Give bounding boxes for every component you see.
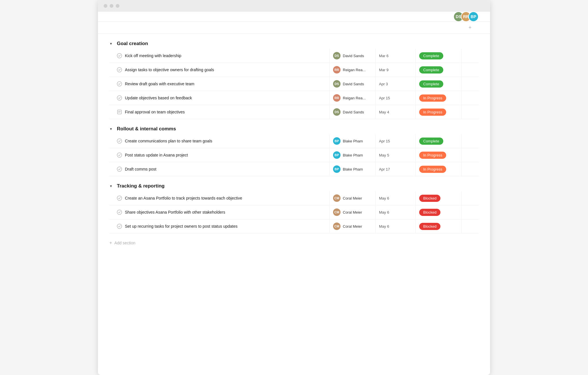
status-badge[interactable]: Blocked	[419, 223, 440, 230]
task-name-text: Share objectives Asana Portfolio with ot…	[125, 210, 225, 214]
assignee-avatar: BP	[333, 165, 341, 173]
assignee-cell[interactable]: BP Blake Pham	[329, 134, 375, 148]
assignee-avatar: CM	[333, 208, 341, 216]
table-row: Final approval on team objectives DS Dav…	[109, 105, 479, 119]
svg-rect-4	[117, 110, 121, 114]
status-badge[interactable]: Complete	[419, 52, 443, 59]
svg-point-8	[117, 167, 122, 171]
task-name-cell: Assign tasks to objective owners for dra…	[109, 64, 329, 75]
status-badge[interactable]: Complete	[419, 66, 443, 74]
extra-cell	[461, 49, 479, 63]
assignee-cell[interactable]: DS David Sands	[329, 49, 375, 63]
col-assignee	[329, 22, 375, 34]
status-badge[interactable]: Complete	[419, 138, 443, 145]
section-title-goal-creation: Goal creation	[117, 41, 148, 47]
assignee-cell[interactable]: CM Coral Meier	[329, 191, 375, 205]
task-name-text: Final approval on team objectives	[125, 110, 185, 114]
traffic-light-maximize[interactable]	[116, 4, 119, 8]
task-name-cell: Share objectives Asana Portfolio with ot…	[109, 207, 329, 218]
check-circle-icon[interactable]	[117, 53, 122, 58]
due-date-cell: May 6	[375, 219, 415, 233]
assignee-cell[interactable]: CM Coral Meier	[329, 205, 375, 219]
section-rollout-comms: ▼ Rollout & internal comms Create commun…	[109, 122, 479, 176]
status-badge[interactable]: In Progress	[419, 152, 446, 159]
status-badge[interactable]: In Progress	[419, 94, 446, 102]
assignee-name: David Sands	[343, 82, 364, 86]
task-name-text: Draft comms post	[125, 167, 156, 171]
col-task-name	[109, 22, 329, 34]
status-cell: Blocked	[415, 219, 461, 233]
due-date-cell: Apr 17	[375, 162, 415, 176]
svg-point-6	[117, 139, 122, 143]
assignee-avatar: DS	[333, 80, 341, 88]
table-row: Draft comms post BP Blake Pham Apr 17 In…	[109, 162, 479, 176]
status-badge[interactable]: In Progress	[419, 166, 446, 173]
task-name-cell: Update objectives based on feedback	[109, 92, 329, 103]
assignee-cell[interactable]: BP Blake Pham	[329, 162, 375, 176]
collaborator-avatars: DS RR BP	[453, 11, 479, 22]
task-name-cell: Review draft goals with executive team	[109, 78, 329, 89]
status-badge[interactable]: Blocked	[419, 209, 440, 216]
add-column-button[interactable]: +	[461, 22, 479, 34]
table-row: Create an Asana Portfolio to track proje…	[109, 191, 479, 205]
task-name-text: Post status update in Asana project	[125, 153, 188, 157]
col-status	[415, 22, 461, 34]
assignee-name: Blake Pham	[343, 139, 363, 143]
due-date-cell: May 6	[375, 191, 415, 205]
task-name-text: Update objectives based on feedback	[125, 96, 192, 100]
task-name-text: Create an Asana Portfolio to track proje…	[125, 196, 242, 200]
assignee-cell[interactable]: RR Reigan Rea...	[329, 63, 375, 77]
check-circle-icon[interactable]	[117, 210, 122, 215]
extra-cell	[461, 205, 479, 219]
check-circle-icon[interactable]	[117, 167, 122, 172]
check-circle-icon[interactable]	[117, 196, 122, 201]
assignee-name: David Sands	[343, 110, 364, 114]
assignee-cell[interactable]: DS David Sands	[329, 77, 375, 91]
section-tracking-reporting: ▼ Tracking & reporting Create an Asana P…	[109, 179, 479, 233]
extra-cell	[461, 191, 479, 205]
assignee-cell[interactable]: BP Blake Pham	[329, 148, 375, 162]
extra-cell	[461, 91, 479, 105]
assignee-avatar: DS	[333, 52, 341, 59]
status-badge[interactable]: Blocked	[419, 195, 440, 202]
assignee-cell[interactable]: RR Reigan Rea...	[329, 91, 375, 105]
status-badge[interactable]: Complete	[419, 80, 443, 88]
task-name-cell: Create an Asana Portfolio to track proje…	[109, 193, 329, 204]
table-row: Post status update in Asana project BP B…	[109, 148, 479, 162]
section-header-rollout-comms[interactable]: ▼ Rollout & internal comms	[109, 122, 479, 134]
table-header: +	[98, 22, 490, 34]
assignee-cell[interactable]: CM Coral Meier	[329, 219, 375, 233]
task-name-text: Review draft goals with executive team	[125, 82, 194, 86]
table-row: Assign tasks to objective owners for dra…	[109, 63, 479, 77]
assignee-avatar: RR	[333, 66, 341, 74]
status-cell: In Progress	[415, 162, 461, 176]
section-chevron-tracking-reporting: ▼	[109, 184, 114, 188]
status-badge[interactable]: In Progress	[419, 109, 446, 116]
svg-point-10	[117, 210, 122, 214]
assignee-name: Reigan Rea...	[343, 68, 366, 72]
check-circle-icon[interactable]	[117, 95, 122, 100]
check-circle-icon[interactable]	[117, 67, 122, 72]
assignee-avatar: BP	[333, 151, 341, 159]
section-header-goal-creation[interactable]: ▼ Goal creation	[109, 37, 479, 49]
status-cell: In Progress	[415, 148, 461, 162]
check-circle-icon[interactable]	[117, 152, 122, 158]
add-section-button[interactable]: + Add section	[109, 236, 479, 250]
add-section-plus-icon: +	[109, 240, 112, 246]
assignee-cell[interactable]: DS David Sands	[329, 105, 375, 119]
assignee-name: Coral Meier	[343, 196, 362, 200]
status-cell: Complete	[415, 77, 461, 91]
check-circle-icon[interactable]	[117, 138, 122, 144]
section-chevron-goal-creation: ▼	[109, 42, 114, 45]
traffic-light-close[interactable]	[104, 4, 107, 8]
approval-icon[interactable]	[117, 109, 122, 115]
svg-point-0	[117, 53, 122, 58]
check-circle-icon[interactable]	[117, 81, 122, 86]
title-bar	[98, 0, 490, 12]
traffic-light-minimize[interactable]	[110, 4, 113, 8]
assignee-avatar: CM	[333, 223, 341, 230]
table-row: Review draft goals with executive team D…	[109, 77, 479, 91]
svg-point-5	[120, 112, 121, 113]
section-header-tracking-reporting[interactable]: ▼ Tracking & reporting	[109, 179, 479, 191]
check-circle-icon[interactable]	[117, 224, 122, 229]
